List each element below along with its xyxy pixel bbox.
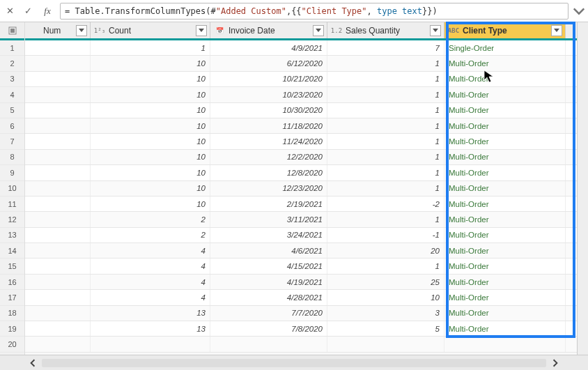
cell-date[interactable]: 12/23/2020 <box>210 181 327 196</box>
cell-qty[interactable]: 1 <box>327 165 444 180</box>
row-number[interactable]: 5 <box>0 103 24 118</box>
cell-date[interactable]: 11/24/2020 <box>210 134 327 148</box>
row-number[interactable]: 7 <box>0 134 24 149</box>
row-number[interactable]: 4 <box>0 87 24 102</box>
cell-qty[interactable]: 1 <box>327 259 444 273</box>
cell-qty[interactable]: 3 <box>327 306 444 321</box>
cell-date[interactable]: 12/2/2020 <box>210 150 327 164</box>
accept-formula-icon[interactable]: ✓ <box>21 4 35 18</box>
row-number[interactable]: 1 <box>0 40 24 56</box>
cell-date[interactable]: 4/6/2021 <box>210 243 327 258</box>
cell-num[interactable] <box>25 165 91 180</box>
filter-icon[interactable] <box>551 25 562 36</box>
filter-icon[interactable] <box>196 25 207 36</box>
cell-ctype[interactable]: Multi-Order <box>444 181 566 196</box>
cell-qty[interactable]: 25 <box>327 275 444 289</box>
cell-num[interactable] <box>25 259 91 273</box>
cell-ctype[interactable]: Multi-Order <box>444 228 566 242</box>
row-number[interactable]: 16 <box>0 275 24 290</box>
cell-ctype[interactable]: Multi-Order <box>444 321 566 336</box>
scroll-track[interactable] <box>42 359 546 367</box>
cell-num[interactable] <box>25 275 91 289</box>
cell-ctype[interactable]: Multi-Order <box>444 150 566 164</box>
column-header-ctype[interactable]: ABCClient Type <box>444 22 566 38</box>
cell-count[interactable]: 4 <box>91 275 210 289</box>
cell-date[interactable]: 10/30/2020 <box>210 103 327 118</box>
row-number[interactable]: 20 <box>0 337 24 352</box>
cell-num[interactable] <box>25 40 91 55</box>
row-number[interactable]: 18 <box>0 306 24 321</box>
cell-num[interactable] <box>25 306 91 321</box>
cell-date[interactable]: 2/19/2021 <box>210 196 327 211</box>
row-number[interactable]: 2 <box>0 56 24 71</box>
cell-count[interactable]: 2 <box>91 228 210 242</box>
cell-date[interactable] <box>210 337 327 351</box>
filter-icon[interactable] <box>430 25 441 36</box>
row-number[interactable]: 10 <box>0 181 24 196</box>
cell-date[interactable]: 12/8/2020 <box>210 165 327 180</box>
cell-qty[interactable]: 7 <box>327 40 444 55</box>
cell-count[interactable]: 10 <box>91 56 210 70</box>
row-number[interactable]: 3 <box>0 72 24 87</box>
cell-date[interactable]: 7/8/2020 <box>210 321 327 336</box>
row-number[interactable]: 15 <box>0 259 24 274</box>
cell-num[interactable] <box>25 337 91 351</box>
cell-count[interactable]: 13 <box>91 306 210 321</box>
horizontal-scrollbar[interactable] <box>0 355 588 370</box>
cell-qty[interactable]: 1 <box>327 72 444 86</box>
cell-count[interactable]: 10 <box>91 87 210 102</box>
formula-input[interactable]: = Table.TransformColumnTypes(#"Added Cus… <box>60 3 568 20</box>
scroll-right-icon[interactable] <box>548 357 563 369</box>
cell-ctype[interactable]: Multi-Order <box>444 118 566 133</box>
cell-count[interactable]: 10 <box>91 165 210 180</box>
row-number[interactable]: 8 <box>0 150 24 165</box>
row-number[interactable]: 9 <box>0 165 24 180</box>
cell-count[interactable]: 10 <box>91 196 210 211</box>
cell-num[interactable] <box>25 56 91 70</box>
expand-formula-icon[interactable] <box>573 5 585 17</box>
cell-qty[interactable]: 1 <box>327 134 444 148</box>
cell-num[interactable] <box>25 290 91 305</box>
cell-ctype[interactable]: Multi-Order <box>444 290 566 305</box>
cell-qty[interactable] <box>327 337 444 351</box>
cell-num[interactable] <box>25 134 91 148</box>
row-number[interactable]: 14 <box>0 243 24 259</box>
row-number[interactable]: 19 <box>0 321 24 337</box>
cell-qty[interactable]: 1 <box>327 103 444 118</box>
select-all-corner[interactable] <box>0 22 24 40</box>
cell-ctype[interactable]: Multi-Order <box>444 165 566 180</box>
cell-date[interactable]: 4/9/2021 <box>210 40 327 55</box>
cell-num[interactable] <box>25 103 91 118</box>
cell-qty[interactable]: 1 <box>327 56 444 70</box>
cell-num[interactable] <box>25 181 91 196</box>
column-header-date[interactable]: 📅Invoice Date <box>210 22 327 38</box>
cell-ctype[interactable]: Multi-Order <box>444 87 566 102</box>
cell-qty[interactable]: -1 <box>327 228 444 242</box>
cell-ctype[interactable]: Multi-Order <box>444 56 566 70</box>
cell-count[interactable]: 13 <box>91 321 210 336</box>
cell-qty[interactable]: 1 <box>327 87 444 102</box>
cell-ctype[interactable]: Multi-Order <box>444 103 566 118</box>
cell-date[interactable]: 10/21/2020 <box>210 72 327 86</box>
cell-ctype[interactable]: Multi-Order <box>444 212 566 226</box>
cell-num[interactable] <box>25 150 91 164</box>
cell-num[interactable] <box>25 87 91 102</box>
row-number[interactable]: 6 <box>0 118 24 134</box>
cell-date[interactable]: 4/19/2021 <box>210 275 327 289</box>
row-number[interactable]: 17 <box>0 290 24 305</box>
scroll-left-icon[interactable] <box>25 357 40 369</box>
cell-num[interactable] <box>25 228 91 242</box>
cell-num[interactable] <box>25 321 91 336</box>
cell-count[interactable]: 10 <box>91 134 210 148</box>
row-number[interactable]: 12 <box>0 212 24 227</box>
cell-num[interactable] <box>25 196 91 211</box>
cell-count[interactable]: 4 <box>91 290 210 305</box>
cell-count[interactable]: 10 <box>91 181 210 196</box>
cell-qty[interactable]: 1 <box>327 118 444 133</box>
cell-count[interactable]: 2 <box>91 212 210 226</box>
row-number[interactable]: 13 <box>0 228 24 243</box>
cell-ctype[interactable]: Multi-Order <box>444 306 566 321</box>
cell-num[interactable] <box>25 118 91 133</box>
cell-count[interactable]: 10 <box>91 150 210 164</box>
cell-qty[interactable]: 1 <box>327 212 444 226</box>
